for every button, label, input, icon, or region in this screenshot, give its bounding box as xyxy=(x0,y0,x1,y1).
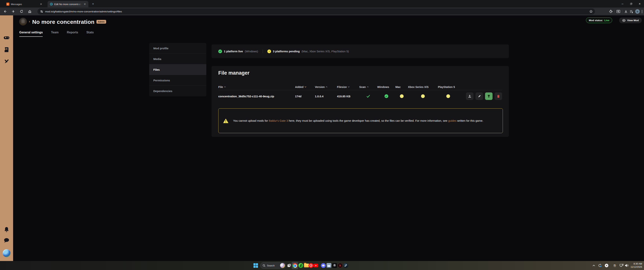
divider xyxy=(622,10,622,13)
file-actions xyxy=(458,92,502,100)
downloads-icon[interactable] xyxy=(624,10,628,13)
tab-stats[interactable]: Stats xyxy=(86,31,94,37)
taskbar-youtube-music-icon[interactable] xyxy=(308,263,314,268)
taskbar-discord-icon[interactable] xyxy=(321,263,326,268)
tab-reports[interactable]: Reports xyxy=(67,31,78,37)
menu-dots-icon[interactable] xyxy=(642,10,642,13)
new-tab-button[interactable]: + xyxy=(92,2,94,6)
reload-icon[interactable] xyxy=(18,8,25,15)
column-version[interactable]: Version xyxy=(315,85,337,88)
search-sidebar-icon[interactable] xyxy=(616,10,620,13)
creator-tools-icon[interactable] xyxy=(4,59,10,65)
column-ps5: PlayStation 5 xyxy=(438,85,458,88)
delete-file-button[interactable] xyxy=(494,92,502,100)
menu-item-permissions[interactable]: Permissions xyxy=(149,75,206,86)
file-added: 174d xyxy=(295,95,315,98)
pencil-icon xyxy=(478,95,481,98)
tab-close-icon[interactable]: ✕ xyxy=(39,3,43,6)
start-button[interactable] xyxy=(254,263,258,268)
minimize-button[interactable]: ─ xyxy=(618,0,627,8)
download-file-button[interactable] xyxy=(466,92,474,100)
taskbar-file-explorer-icon[interactable] xyxy=(304,264,309,267)
settings-menu: Mod profile Media Files Permissions Depe… xyxy=(149,43,206,96)
tray-chevron-icon[interactable] xyxy=(592,265,595,266)
games-icon[interactable] xyxy=(3,35,10,40)
view-mod-label: View Mod xyxy=(627,19,639,22)
view-mod-button[interactable]: View Mod xyxy=(619,18,642,23)
mod-status-value: Live xyxy=(604,19,609,22)
url-text[interactable]: mod.io/g/baldursgate3/m/no-more-concentr… xyxy=(45,10,589,13)
taskbar-r-app-icon[interactable]: R xyxy=(338,263,342,268)
taskbar-chrome-icon[interactable] xyxy=(292,263,297,268)
user-avatar[interactable] xyxy=(2,249,10,257)
column-windows: Windows xyxy=(377,85,396,88)
tray-sync-icon[interactable] xyxy=(598,264,602,267)
guides-link[interactable]: guides xyxy=(448,119,456,122)
media-controls-icon[interactable] xyxy=(630,10,633,13)
taskbar: Search R ✕ 한 xyxy=(0,261,644,270)
window-controls: ─ ✕ xyxy=(618,0,644,8)
taskbar-fountain-app-icon[interactable] xyxy=(326,263,331,268)
taskbar-search[interactable]: Search xyxy=(260,262,286,269)
mod-status-pill: Mod status: Live xyxy=(586,18,612,23)
platforms-pending-count: 3 platforms pending xyxy=(273,50,300,53)
file-manager-title: File manager xyxy=(218,70,250,76)
tray-x-circle-icon[interactable]: ✕ xyxy=(605,264,608,267)
tab-edit-mod[interactable]: Edit No more concentration fo ✕ xyxy=(48,1,88,7)
file-name: concentration_36d5c752-c111-40-9eug.zip xyxy=(218,95,295,98)
site-settings-icon[interactable] xyxy=(40,10,43,13)
browser-profile-avatar[interactable]: b xyxy=(635,9,640,14)
address-bar[interactable]: mod.io/g/baldursgate3/m/no-more-concentr… xyxy=(38,9,595,15)
tray-clock[interactable]: 8:30 AM 11/12/2025 xyxy=(630,262,642,269)
column-file[interactable]: File xyxy=(218,85,295,88)
menu-item-media[interactable]: Media xyxy=(149,54,206,64)
baldurs-gate-3-link[interactable]: Baldur's Gate 3 xyxy=(269,119,288,122)
column-scan[interactable]: Scan xyxy=(359,85,377,88)
close-button[interactable]: ✕ xyxy=(636,0,644,8)
restore-button[interactable] xyxy=(627,0,636,8)
platform-pending-clock-icon xyxy=(267,50,271,53)
tab-messages[interactable]: E Messages ✕ xyxy=(4,1,44,7)
files-table: File Added Version Filesize Scan Windows… xyxy=(218,84,502,102)
menu-item-dependencies[interactable]: Dependencies xyxy=(149,86,206,96)
search-icon xyxy=(263,264,266,267)
file-manager-card: File manager File Added Version Filesize… xyxy=(212,66,509,137)
column-filesize[interactable]: Filesize xyxy=(337,85,359,88)
taskbar-dark-game-icon[interactable] xyxy=(332,263,337,268)
ime-korean-indicator[interactable]: 한 xyxy=(614,264,616,267)
bookmark-star-icon[interactable] xyxy=(589,10,593,13)
file-row: concentration_36d5c752-c111-40-9eug.zip … xyxy=(218,90,502,102)
tab-general-settings[interactable]: General settings xyxy=(19,31,43,37)
menu-item-files[interactable]: Files xyxy=(149,64,206,75)
back-icon[interactable] xyxy=(2,8,8,15)
chat-icon[interactable] xyxy=(4,238,10,243)
network-icon[interactable] xyxy=(620,264,624,267)
home-icon[interactable] xyxy=(26,8,33,15)
search-placeholder: Search xyxy=(267,264,278,267)
volume-icon[interactable] xyxy=(625,264,629,267)
modio-favicon-icon xyxy=(50,3,53,6)
tab-team[interactable]: Team xyxy=(51,31,58,37)
notifications-bell-icon[interactable] xyxy=(4,227,9,233)
tab-close-icon[interactable]: ✕ xyxy=(83,3,86,6)
trophy-icon xyxy=(487,94,490,98)
forward-icon[interactable] xyxy=(10,8,16,15)
guides-icon[interactable] xyxy=(4,47,9,53)
edit-file-button[interactable] xyxy=(476,92,483,100)
scan-pass-check-icon xyxy=(359,95,377,98)
windows-live-icon xyxy=(377,94,396,98)
tab-label: Edit No more concentration fo xyxy=(54,3,82,6)
extensions-icon[interactable] xyxy=(609,10,612,13)
set-primary-file-button[interactable] xyxy=(485,92,492,100)
taskbar-youtube-icon[interactable] xyxy=(314,264,318,267)
platform-live-check-icon xyxy=(218,50,222,53)
menu-item-mod-profile[interactable]: Mod profile xyxy=(149,43,206,54)
admin-badge: Admin xyxy=(96,20,106,24)
taskbar-steam-icon[interactable] xyxy=(343,263,348,268)
task-view-button[interactable] xyxy=(287,263,292,268)
browser-toolbar: mod.io/g/baldursgate3/m/no-more-concentr… xyxy=(0,8,644,15)
tray-date: 11/12/2025 xyxy=(630,265,642,269)
column-added[interactable]: Added xyxy=(295,85,315,88)
etsy-favicon-icon: E xyxy=(6,3,9,6)
taskbar-green-app-icon[interactable] xyxy=(298,263,303,268)
